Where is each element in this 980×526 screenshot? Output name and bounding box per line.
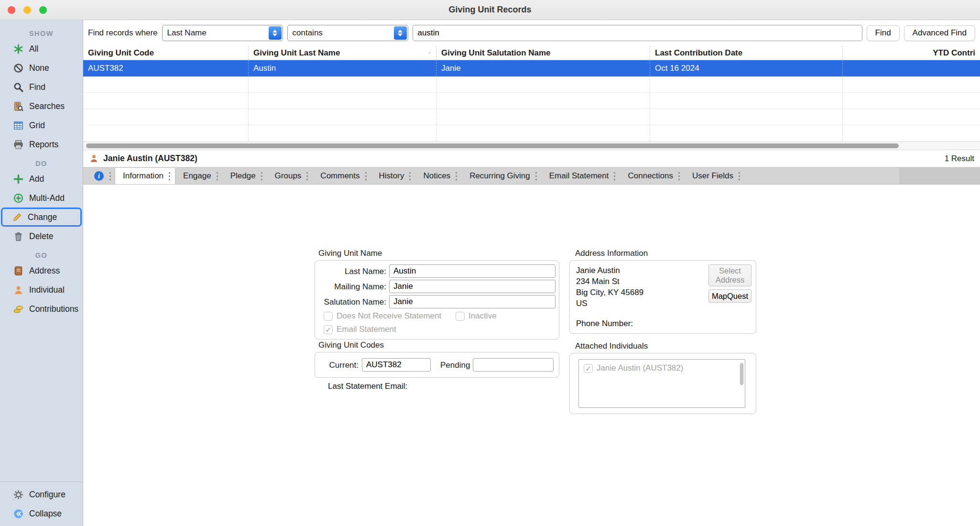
tab-engage[interactable]: Engage bbox=[175, 168, 223, 184]
asterisk-icon bbox=[13, 44, 24, 55]
grid-icon bbox=[13, 120, 24, 131]
cell-giving-unit-last-name: Austin bbox=[249, 60, 436, 76]
collapse-icon bbox=[13, 508, 24, 519]
sidebar-item-contributions[interactable]: Contributions bbox=[1, 299, 82, 318]
vertical-scrollbar[interactable] bbox=[739, 362, 743, 405]
information-tab-content: Giving Unit Name Last Name: Mailing Name… bbox=[83, 185, 980, 526]
search-query-input[interactable] bbox=[413, 25, 862, 41]
sidebar-section-go: GO bbox=[0, 252, 83, 259]
salutation-name-label: Salutation Name: bbox=[315, 297, 386, 307]
sidebar: SHOW All None Find Searches Grid bbox=[0, 20, 83, 526]
find-button[interactable]: Find bbox=[867, 25, 900, 41]
app-window: Giving Unit Records SHOW All None Find S… bbox=[0, 0, 980, 526]
group-label-address-information: Address Information bbox=[575, 249, 648, 258]
email-statement-checkbox[interactable] bbox=[324, 325, 333, 334]
column-header-last-contribution-date[interactable]: Last Contribution Date bbox=[650, 46, 843, 60]
tab-info[interactable]: i bbox=[89, 168, 115, 184]
zoom-button[interactable] bbox=[39, 6, 47, 14]
sidebar-item-individual[interactable]: Individual bbox=[1, 280, 82, 299]
tab-bar-endcap bbox=[900, 168, 980, 184]
report-printer-icon bbox=[13, 139, 24, 150]
horizontal-scrollbar[interactable] bbox=[83, 142, 980, 150]
column-header-giving-unit-last-name[interactable]: Giving Unit Last Name bbox=[249, 46, 436, 60]
table-header-row: Giving Unit Code Giving Unit Last Name G… bbox=[83, 46, 980, 60]
tab-pledge[interactable]: Pledge bbox=[223, 168, 267, 184]
pending-code-input[interactable] bbox=[473, 358, 554, 372]
address-line: Big City, KY 45689 bbox=[576, 287, 643, 298]
tab-menu-dots-icon[interactable] bbox=[409, 172, 411, 180]
sidebar-item-grid[interactable]: Grid bbox=[1, 116, 82, 135]
sidebar-footer: Configure Collapse bbox=[0, 482, 83, 523]
tab-menu-dots-icon[interactable] bbox=[109, 172, 111, 180]
address-line: 234 Main St bbox=[576, 276, 643, 287]
magnifier-icon bbox=[13, 82, 24, 93]
sidebar-item-label: Searches bbox=[29, 101, 65, 111]
tab-menu-dots-icon[interactable] bbox=[217, 172, 218, 180]
current-code-label: Current: bbox=[315, 361, 359, 370]
tab-menu-dots-icon[interactable] bbox=[739, 172, 740, 180]
inactive-checkbox[interactable] bbox=[456, 312, 465, 321]
tab-history[interactable]: History bbox=[371, 168, 416, 184]
select-address-button[interactable]: Select Address bbox=[708, 264, 751, 286]
mailing-name-input[interactable] bbox=[389, 280, 555, 293]
salutation-name-input[interactable] bbox=[389, 295, 555, 308]
column-header-giving-unit-code[interactable]: Giving Unit Code bbox=[83, 46, 249, 60]
tab-notices[interactable]: Notices bbox=[415, 168, 462, 184]
column-header-giving-unit-salutation-name[interactable]: Giving Unit Salutation Name bbox=[436, 46, 650, 60]
does-not-receive-statement-label: Does Not Receive Statement bbox=[337, 311, 441, 321]
search-operator-value: contains bbox=[293, 28, 323, 38]
current-code-input[interactable] bbox=[362, 358, 431, 372]
attached-individuals-list: Janie Austin (AUST382) bbox=[578, 359, 745, 408]
tab-menu-dots-icon[interactable] bbox=[169, 172, 170, 180]
search-field-select[interactable]: Last Name bbox=[162, 25, 283, 41]
mapquest-button[interactable]: MapQuest bbox=[708, 289, 751, 303]
tab-menu-dots-icon[interactable] bbox=[614, 172, 615, 180]
tab-user-fields[interactable]: User Fields bbox=[685, 168, 745, 184]
list-item[interactable]: Janie Austin (AUST382) bbox=[579, 360, 745, 377]
sidebar-item-add[interactable]: Add bbox=[1, 169, 82, 188]
search-bar: Find records where Last Name contains Fi… bbox=[83, 20, 980, 46]
sidebar-item-multi-add[interactable]: Multi-Add bbox=[1, 188, 82, 208]
window-title: Giving Unit Records bbox=[0, 5, 980, 15]
tab-menu-dots-icon[interactable] bbox=[456, 172, 457, 180]
sidebar-item-label: Multi-Add bbox=[29, 193, 65, 203]
attached-individual-checkbox[interactable] bbox=[584, 364, 593, 373]
sidebar-item-delete[interactable]: Delete bbox=[1, 227, 82, 246]
sidebar-item-searches[interactable]: Searches bbox=[1, 97, 82, 116]
tab-email-statement[interactable]: Email Statement bbox=[542, 168, 621, 184]
tab-menu-dots-icon[interactable] bbox=[306, 172, 308, 180]
close-button[interactable] bbox=[8, 6, 15, 14]
table-row[interactable]: AUST382 Austin Janie Oct 16 2024 bbox=[83, 60, 980, 77]
table-row-empty bbox=[83, 77, 980, 93]
tab-bar: i Information Engage Pledge Groups Comme… bbox=[83, 167, 980, 185]
record-person-icon bbox=[89, 153, 99, 164]
column-header-ytd-contribution[interactable]: YTD Contri bbox=[843, 46, 980, 60]
tab-menu-dots-icon[interactable] bbox=[678, 172, 680, 180]
tab-groups[interactable]: Groups bbox=[267, 168, 313, 184]
sidebar-item-find[interactable]: Find bbox=[1, 77, 82, 97]
tab-menu-dots-icon[interactable] bbox=[535, 172, 537, 180]
sidebar-item-change[interactable]: Change bbox=[1, 208, 82, 227]
tab-information[interactable]: Information bbox=[115, 168, 175, 184]
advanced-find-button[interactable]: Advanced Find bbox=[904, 25, 975, 41]
sidebar-item-reports[interactable]: Reports bbox=[1, 135, 82, 154]
sidebar-item-label: Reports bbox=[29, 140, 58, 150]
tab-recurring-giving[interactable]: Recurring Giving bbox=[462, 168, 542, 184]
search-operator-select[interactable]: contains bbox=[287, 25, 408, 41]
tab-menu-dots-icon[interactable] bbox=[365, 172, 367, 180]
minimize-button[interactable] bbox=[23, 6, 31, 14]
sidebar-item-collapse[interactable]: Collapse bbox=[1, 504, 82, 523]
tab-connections[interactable]: Connections bbox=[620, 168, 685, 184]
sidebar-item-address[interactable]: Address bbox=[1, 261, 82, 280]
last-name-input[interactable] bbox=[389, 264, 555, 278]
does-not-receive-statement-checkbox[interactable] bbox=[324, 312, 333, 321]
tab-menu-dots-icon[interactable] bbox=[261, 172, 262, 180]
sidebar-item-none[interactable]: None bbox=[1, 58, 82, 77]
multi-add-icon bbox=[13, 193, 24, 204]
tab-comments[interactable]: Comments bbox=[313, 168, 371, 184]
horizontal-scrollbar-thumb[interactable] bbox=[86, 143, 899, 148]
sidebar-item-configure[interactable]: Configure bbox=[1, 485, 82, 504]
vertical-scrollbar-thumb[interactable] bbox=[740, 363, 743, 385]
sidebar-item-all[interactable]: All bbox=[1, 39, 82, 58]
sidebar-item-label: All bbox=[29, 44, 38, 54]
